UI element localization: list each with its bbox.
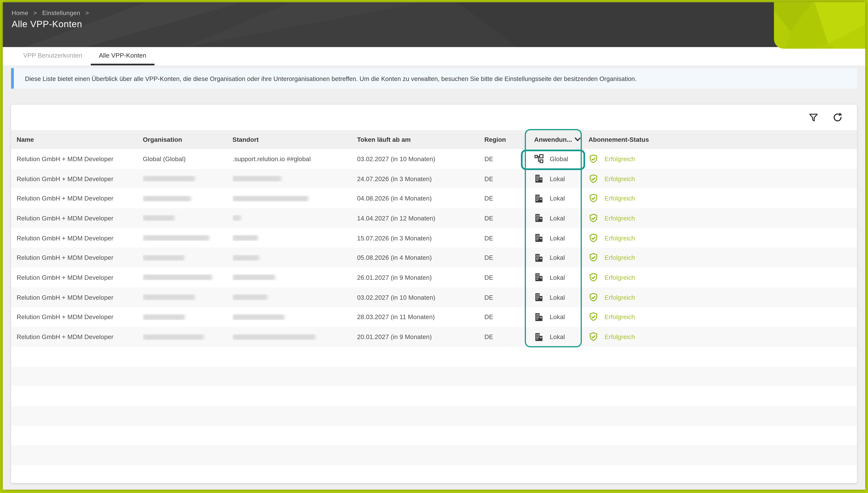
shield-check-icon	[588, 154, 598, 164]
cell-region: DE	[484, 156, 534, 162]
building-icon	[534, 194, 544, 203]
shield-check-icon	[588, 213, 598, 223]
status-label: Erfolgreich	[604, 195, 635, 202]
shield-check-icon	[588, 332, 598, 342]
redacted-value	[143, 235, 209, 241]
status-label: Erfolgreich	[604, 235, 635, 241]
cell-name: Relution GmbH + MDM Developer	[17, 255, 143, 261]
cell-token-expiry: 15.07.2026 (in 3 Monaten)	[357, 235, 484, 241]
table-header-row: Name Organisation Standort Token läuft a…	[11, 130, 857, 149]
cell-organisation	[143, 255, 232, 261]
shield-check-icon	[588, 292, 598, 302]
cell-abonnement-status: Erfolgreich	[588, 174, 857, 184]
cell-standort: .support.relution.io ##global	[232, 156, 357, 162]
table-row[interactable]: Relution GmbH + MDM Developer 03.02.2027…	[11, 287, 857, 307]
cell-token-expiry: 14.04.2027 (in 12 Monaten)	[357, 215, 484, 221]
empty-row	[11, 347, 857, 366]
cell-token-expiry: 05.08.2026 (in 4 Monaten)	[357, 255, 484, 261]
table-row[interactable]: Relution GmbH + MDM Developer 24.07.2026…	[11, 169, 857, 189]
cell-organisation	[143, 294, 232, 300]
cell-region: DE	[484, 215, 534, 221]
breadcrumb-home[interactable]: Home	[12, 9, 28, 16]
anwendung-label: Lokal	[550, 235, 565, 241]
redacted-value	[143, 314, 185, 320]
cell-organisation: Global (Global)	[143, 156, 232, 162]
global-hierarchy-icon	[534, 154, 544, 164]
cell-token-expiry: 26.01.2027 (in 9 Monaten)	[357, 274, 484, 281]
cell-standort	[232, 215, 357, 221]
column-header-name[interactable]: Name	[17, 136, 143, 143]
column-header-region[interactable]: Region	[484, 136, 534, 143]
column-header-anwendung[interactable]: Anwendun...	[534, 136, 589, 143]
shield-check-icon	[588, 273, 598, 282]
cell-standort	[232, 334, 357, 340]
status-label: Erfolgreich	[604, 314, 635, 320]
cell-standort	[232, 275, 357, 280]
cell-abonnement-status: Erfolgreich	[588, 332, 857, 342]
cell-token-expiry: 03.02.2027 (in 10 Monaten)	[357, 294, 484, 301]
breadcrumb-einstellungen[interactable]: Einstellungen	[42, 9, 80, 16]
cell-name: Relution GmbH + MDM Developer	[17, 175, 143, 182]
page-header: Home > Einstellungen > Alle VPP-Konten	[3, 2, 865, 47]
table-row[interactable]: Relution GmbH + MDM Developer 04.08.2026…	[11, 189, 857, 208]
status-label: Erfolgreich	[604, 334, 635, 340]
table-row[interactable]: Relution GmbH + MDM Developer 28.03.2027…	[11, 307, 857, 327]
cell-name: Relution GmbH + MDM Developer	[17, 235, 143, 241]
anwendung-label: Lokal	[550, 215, 565, 221]
cell-region: DE	[484, 195, 534, 202]
building-icon	[534, 174, 544, 184]
cell-abonnement-status: Erfolgreich	[588, 253, 857, 263]
building-icon	[534, 312, 544, 322]
refresh-button[interactable]	[831, 111, 844, 124]
chevron-down-icon	[575, 137, 581, 142]
cell-anwendung: Lokal	[534, 253, 589, 262]
cell-token-expiry: 20.01.2027 (in 9 Monaten)	[357, 334, 484, 340]
redacted-value	[232, 294, 268, 300]
brand-corner-decoration	[774, 2, 865, 49]
filter-icon	[808, 112, 818, 123]
redacted-value	[232, 314, 284, 320]
breadcrumb: Home > Einstellungen >	[12, 9, 865, 16]
shield-check-icon	[588, 312, 598, 322]
column-header-token[interactable]: Token läuft ab am	[357, 136, 484, 143]
empty-row	[11, 366, 857, 386]
redacted-value	[143, 215, 174, 221]
cell-region: DE	[484, 314, 534, 320]
anwendung-label: Lokal	[550, 294, 565, 301]
tab-alle-vpp-konten[interactable]: Alle VPP-Konten	[91, 47, 155, 65]
empty-row	[11, 446, 857, 465]
cell-anwendung: Lokal	[534, 273, 589, 282]
info-banner: Diese Liste bietet einen Überblick über …	[11, 68, 857, 89]
cell-name: Relution GmbH + MDM Developer	[17, 314, 143, 320]
cell-organisation	[143, 275, 232, 280]
status-label: Erfolgreich	[604, 294, 635, 301]
redacted-value	[143, 334, 204, 340]
building-icon	[534, 233, 544, 243]
breadcrumb-separator: >	[33, 9, 37, 16]
table-row[interactable]: Relution GmbH + MDM Developer 05.08.2026…	[11, 248, 857, 267]
empty-row	[11, 426, 857, 446]
column-header-abonnement-status[interactable]: Abonnement-Status	[588, 136, 857, 143]
redacted-value	[143, 255, 184, 261]
building-icon	[534, 332, 544, 342]
column-header-organisation[interactable]: Organisation	[143, 136, 232, 143]
cell-name: Relution GmbH + MDM Developer	[17, 156, 143, 162]
table-row[interactable]: Relution GmbH + MDM Developer Global (Gl…	[11, 149, 857, 169]
cell-name: Relution GmbH + MDM Developer	[17, 274, 143, 281]
cell-anwendung: Global	[534, 154, 589, 164]
cell-region: DE	[484, 255, 534, 261]
tab-vpp-benutzerkonten[interactable]: VPP Benutzerkonten	[15, 47, 91, 65]
anwendung-label: Lokal	[550, 195, 565, 202]
breadcrumb-separator: >	[86, 9, 89, 16]
table-row[interactable]: Relution GmbH + MDM Developer 26.01.2027…	[11, 267, 857, 287]
cell-anwendung: Lokal	[534, 293, 589, 302]
table-row[interactable]: Relution GmbH + MDM Developer 15.07.2026…	[11, 228, 857, 248]
filter-button[interactable]	[807, 111, 819, 124]
app-window: Home > Einstellungen > Alle VPP-Konten	[3, 2, 865, 490]
column-header-standort[interactable]: Standort	[232, 136, 357, 143]
cell-anwendung: Lokal	[534, 213, 589, 223]
table-row[interactable]: Relution GmbH + MDM Developer 14.04.2027…	[11, 208, 857, 228]
cell-region: DE	[484, 235, 534, 241]
redacted-value	[232, 235, 258, 241]
table-row[interactable]: Relution GmbH + MDM Developer 20.01.2027…	[11, 327, 857, 347]
